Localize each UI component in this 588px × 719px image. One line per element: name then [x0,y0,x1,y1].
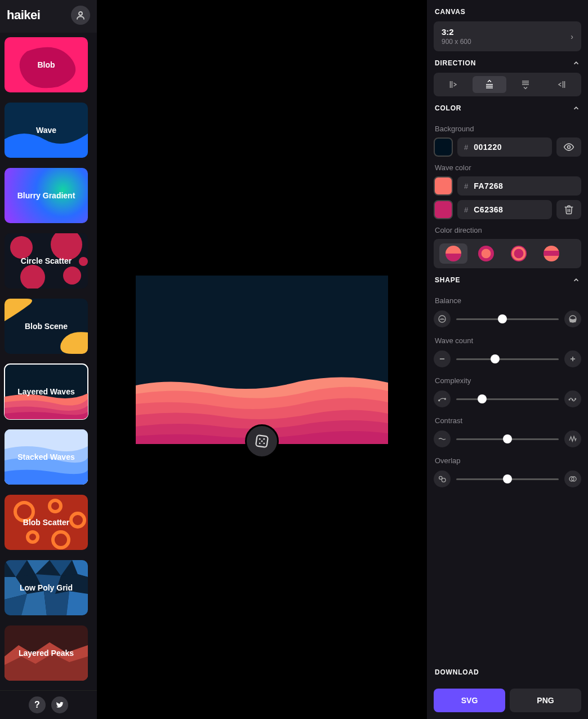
wave-color-label: Wave color [434,157,581,176]
direction-left[interactable] [436,76,470,93]
generator-card-blob[interactable]: Blob [5,37,88,92]
contrast-slider[interactable] [456,438,559,440]
toggle-visibility-button[interactable] [556,137,581,157]
section-title-color[interactable]: COLOR [434,96,581,118]
download-title-text: DOWNLOAD [435,668,479,676]
wave-color-1-hex: FA7268 [474,181,503,190]
account-button[interactable] [71,6,90,25]
background-hex-input[interactable]: # 001220 [457,137,552,157]
aspect-ratio-selector[interactable]: 3:2 900 x 600 › [434,21,581,51]
sidebar-footer: ? [0,690,97,719]
generator-card-blurry-gradient[interactable]: Blurry Gradient [5,168,88,223]
color-direction-radial-out[interactable] [472,243,500,264]
download-svg-label: SVG [461,696,478,705]
chevron-up-icon [572,104,580,112]
question-icon: ? [34,700,40,710]
svg-point-9 [71,513,84,527]
balance-label: Balance [434,290,581,309]
direction-bottom-icon [484,79,495,90]
overlap-label: Overlap [434,450,581,469]
contrast-low-icon[interactable] [434,430,451,447]
svg-point-8 [50,500,61,512]
settings-panel: CANVAS 3:2 900 x 600 › DIRECTION COLOR B… [427,0,588,719]
wave-color-2-swatch[interactable] [434,200,453,219]
svg-marker-15 [72,560,88,577]
complexity-high-icon[interactable] [564,390,581,407]
twitter-button[interactable] [51,696,68,713]
hash-symbol: # [464,143,468,152]
wave-count-slider[interactable] [456,358,559,360]
section-title-direction[interactable]: DIRECTION [434,51,581,73]
direction-top[interactable] [509,76,543,93]
generator-card-layered-peaks[interactable]: Layered Peaks [5,625,88,681]
chevron-up-icon [572,276,580,284]
generator-label: Layered Waves [15,387,77,396]
color-direction-label: Color direction [434,219,581,239]
logo: haikei [7,8,40,23]
balance-high-icon[interactable] [564,310,581,327]
generator-list: Blob Wave Blurry Gradient Circle Scatter… [0,33,97,690]
decrease-wave-count-button[interactable] [434,350,451,367]
aspect-ratio: 3:2 [442,27,471,37]
chevron-up-icon [572,59,580,67]
svg-point-49 [569,400,570,401]
download-png-button[interactable]: PNG [510,689,581,712]
svg-marker-14 [50,560,72,576]
help-button[interactable]: ? [29,696,46,713]
overlap-high-icon[interactable] [564,471,581,487]
shape-title-text: SHAPE [435,276,460,284]
generator-card-wave[interactable]: Wave [5,103,88,158]
section-title-shape[interactable]: SHAPE [434,268,581,290]
direction-right[interactable] [545,76,580,93]
color-direction-radial-in[interactable] [505,243,533,264]
twitter-icon [55,700,64,709]
randomize-button[interactable] [245,424,279,458]
delete-color-button[interactable] [556,200,581,219]
generator-card-stacked-waves[interactable]: Stacked Waves [5,429,88,485]
wave-color-2-hex-input[interactable]: # C62368 [457,200,552,219]
generator-card-circle-scatter[interactable]: Circle Scatter [5,233,88,289]
generator-card-layered-waves[interactable]: Layered Waves [5,364,88,419]
overlap-slider[interactable] [456,478,559,480]
generator-card-blob-scene[interactable]: Blob Scene [5,299,88,354]
svg-point-28 [261,441,263,442]
complexity-slider[interactable] [456,398,559,400]
increase-wave-count-button[interactable] [564,350,581,367]
trash-icon [564,205,574,215]
download-svg-button[interactable]: SVG [434,689,505,712]
svg-point-3 [20,265,45,289]
direction-bottom[interactable] [473,76,507,93]
color-direction-linear[interactable] [439,243,467,264]
generator-label: Blob Scatter [21,518,72,527]
color-direction-stripe[interactable] [537,243,565,264]
background-swatch[interactable] [434,137,453,157]
overlap-low-icon[interactable] [434,471,451,487]
svg-point-5 [79,257,88,266]
generator-label: Blob [35,60,57,69]
contrast-high-icon[interactable] [564,430,581,447]
complexity-low-icon[interactable] [434,390,451,407]
svg-point-10 [28,532,38,542]
generator-card-low-poly-grid[interactable]: Low Poly Grid [5,560,88,615]
sidebar-header: haikei [0,0,97,33]
balance-low-icon[interactable] [434,310,451,327]
generator-label: Blob Scene [23,322,70,331]
generator-label: Stacked Waves [15,452,77,461]
svg-point-51 [575,398,576,400]
svg-point-30 [263,442,265,444]
wave-color-1-swatch[interactable] [434,176,453,196]
eye-icon [563,141,574,153]
generator-card-blob-scatter[interactable]: Blob Scatter [5,495,88,550]
generator-sidebar: haikei Blob Wave Blurry Gradient Circle … [0,0,97,719]
generator-label: Blurry Gradient [15,191,78,200]
background-hex: 001220 [474,143,502,152]
svg-marker-23 [66,591,88,615]
section-title-download: DOWNLOAD [434,660,581,682]
background-label: Background [434,118,581,137]
svg-point-50 [572,400,573,401]
generator-label: Layered Peaks [16,649,76,658]
balance-slider[interactable] [456,318,559,320]
wave-count-label: Wave count [434,330,581,349]
wave-color-1-hex-input[interactable]: # FA7268 [457,176,581,196]
hash-symbol: # [464,206,468,214]
